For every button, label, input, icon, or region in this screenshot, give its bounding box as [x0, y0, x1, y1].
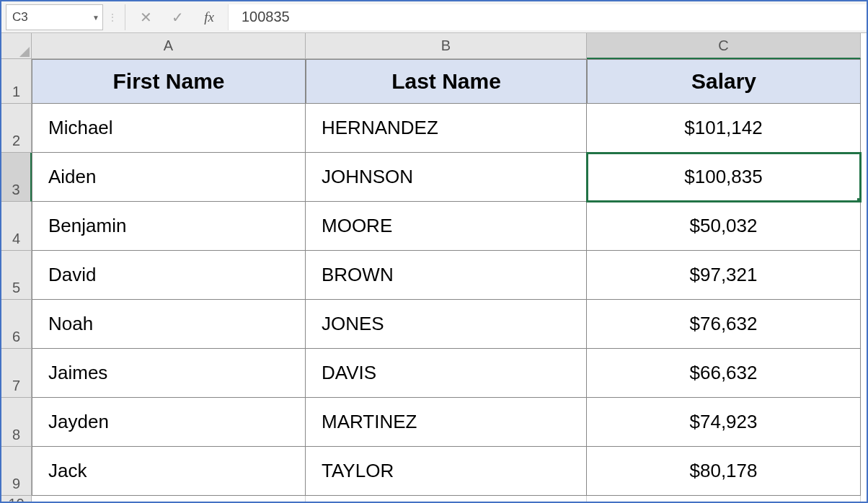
- cell-first-name[interactable]: Jack: [32, 447, 306, 496]
- cell-first-name[interactable]: Aiden: [32, 153, 306, 202]
- row-headers: 1 2 3 4 5 6 7 8 9 10: [1, 59, 32, 503]
- cell-last-name[interactable]: JONES: [306, 300, 587, 349]
- cell-salary[interactable]: $66,632: [587, 349, 861, 398]
- header-first-name[interactable]: First Name: [32, 59, 306, 104]
- row-header-1[interactable]: 1: [1, 59, 32, 104]
- table-row: Benjamin MOORE $50,032: [32, 202, 861, 251]
- row-header-2[interactable]: 2: [1, 104, 32, 153]
- col-header-C[interactable]: C: [587, 33, 861, 59]
- header-last-name[interactable]: Last Name: [306, 59, 587, 104]
- fx-icon: fx: [204, 9, 214, 25]
- table-row: Jack TAYLOR $80,178: [32, 447, 861, 496]
- cells-area: First Name Last Name Salary Michael HERN…: [32, 59, 861, 503]
- cell-empty[interactable]: [587, 496, 861, 503]
- table-row: Jayden MARTINEZ $74,923: [32, 398, 861, 447]
- cell-last-name[interactable]: TAYLOR: [306, 447, 587, 496]
- cell-salary[interactable]: $97,321: [587, 251, 861, 300]
- name-box-value: C3: [12, 10, 28, 25]
- enter-button[interactable]: ✓: [161, 4, 193, 30]
- drag-handle-icon: ⋮: [103, 12, 120, 23]
- cell-last-name[interactable]: MARTINEZ: [306, 398, 587, 447]
- table-header-row: First Name Last Name Salary: [32, 59, 861, 104]
- cell-empty[interactable]: [32, 496, 306, 503]
- col-header-A[interactable]: A: [32, 33, 306, 59]
- cell-last-name[interactable]: HERNANDEZ: [306, 104, 587, 153]
- cell-first-name[interactable]: Jayden: [32, 398, 306, 447]
- cell-salary[interactable]: $74,923: [587, 398, 861, 447]
- formula-value: 100835: [242, 9, 290, 25]
- cell-last-name[interactable]: DAVIS: [306, 349, 587, 398]
- row-header-8[interactable]: 8: [1, 398, 32, 447]
- insert-function-button[interactable]: fx: [193, 4, 225, 30]
- name-box[interactable]: C3 ▼: [6, 4, 103, 30]
- header-salary[interactable]: Salary: [587, 59, 861, 104]
- cell-first-name[interactable]: Benjamin: [32, 202, 306, 251]
- cancel-button[interactable]: ✕: [130, 4, 161, 30]
- table-row: Noah JONES $76,632: [32, 300, 861, 349]
- cell-value: $100,835: [684, 166, 762, 188]
- row-header-5[interactable]: 5: [1, 251, 32, 300]
- table-row: Michael HERNANDEZ $101,142: [32, 104, 861, 153]
- row-header-10[interactable]: 10: [1, 496, 32, 503]
- row-header-4[interactable]: 4: [1, 202, 32, 251]
- cell-salary-selected[interactable]: $100,835: [587, 153, 861, 202]
- check-icon: ✓: [172, 9, 184, 26]
- table-row: David BROWN $97,321: [32, 251, 861, 300]
- fill-handle[interactable]: [857, 198, 861, 202]
- name-box-dropdown-icon[interactable]: ▼: [92, 13, 99, 21]
- cell-last-name[interactable]: BROWN: [306, 251, 587, 300]
- cell-last-name[interactable]: MOORE: [306, 202, 587, 251]
- table-row: Jaimes DAVIS $66,632: [32, 349, 861, 398]
- cell-salary[interactable]: $80,178: [587, 447, 861, 496]
- cell-salary[interactable]: $50,032: [587, 202, 861, 251]
- col-header-B[interactable]: B: [306, 33, 587, 59]
- select-all-triangle-icon: [19, 47, 30, 57]
- cell-first-name[interactable]: Jaimes: [32, 349, 306, 398]
- column-headers: A B C: [32, 33, 861, 59]
- table-row-partial: [32, 496, 861, 503]
- formula-input[interactable]: 100835: [228, 4, 867, 30]
- divider: [125, 4, 125, 30]
- row-header-6[interactable]: 6: [1, 300, 32, 349]
- cell-first-name[interactable]: Noah: [32, 300, 306, 349]
- cell-first-name[interactable]: Michael: [32, 104, 306, 153]
- cell-salary[interactable]: $76,632: [587, 300, 861, 349]
- row-header-7[interactable]: 7: [1, 349, 32, 398]
- cell-salary[interactable]: $101,142: [587, 104, 861, 153]
- x-icon: ✕: [140, 9, 152, 26]
- row-header-9[interactable]: 9: [1, 447, 32, 496]
- row-header-3[interactable]: 3: [1, 153, 32, 202]
- select-all-corner[interactable]: [1, 33, 32, 59]
- table-row: Aiden JOHNSON $100,835: [32, 153, 861, 202]
- cell-last-name[interactable]: JOHNSON: [306, 153, 587, 202]
- formula-bar: C3 ▼ ⋮ ✕ ✓ fx 100835: [1, 1, 867, 33]
- cell-empty[interactable]: [306, 496, 587, 503]
- cell-first-name[interactable]: David: [32, 251, 306, 300]
